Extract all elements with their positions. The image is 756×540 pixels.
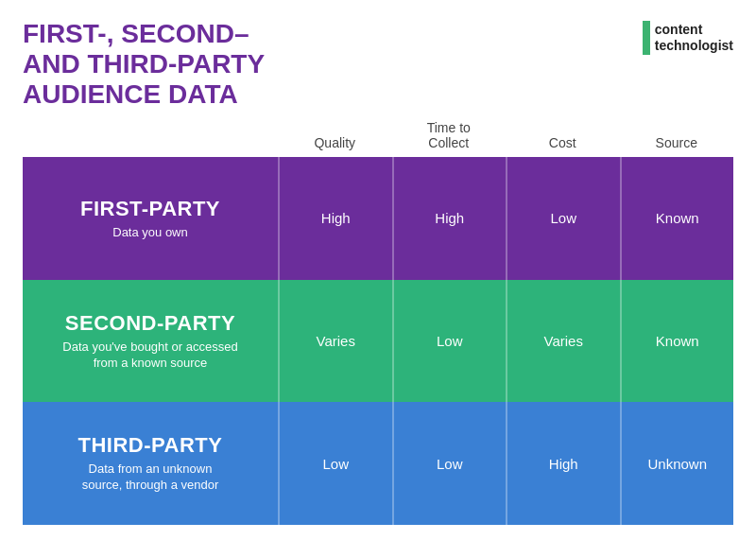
third-party-quality: Low <box>278 402 392 525</box>
first-party-time: High <box>392 157 507 280</box>
logo-bar-icon <box>643 21 650 55</box>
second-party-desc: Data you've bought or accessedfrom a kno… <box>62 340 237 372</box>
first-party-quality: High <box>278 157 392 280</box>
second-party-cost: Varies <box>506 280 620 403</box>
header-source: Source <box>620 135 734 151</box>
table-header-row: Quality Time toCollect Cost Source <box>23 120 733 158</box>
third-party-source: Unknown <box>620 402 734 525</box>
first-party-cost: Low <box>506 157 620 280</box>
second-party-label: SECOND-PARTY Data you've bought or acces… <box>23 280 278 403</box>
logo: content technologist <box>643 21 733 55</box>
page-container: FIRST-, SECOND–AND THIRD-PARTYAUDIENCE D… <box>0 0 756 540</box>
table-row-third-party: THIRD-PARTY Data from an unknownsource, … <box>23 402 733 525</box>
table-row-second-party: SECOND-PARTY Data you've bought or acces… <box>23 280 733 403</box>
first-party-title: FIRST-PARTY <box>80 197 220 221</box>
comparison-table: Quality Time toCollect Cost Source FIRST… <box>23 120 733 525</box>
third-party-desc: Data from an unknownsource, through a ve… <box>82 462 219 494</box>
second-party-quality: Varies <box>278 280 392 403</box>
third-party-cost: High <box>506 402 620 525</box>
top-section: FIRST-, SECOND–AND THIRD-PARTYAUDIENCE D… <box>23 19 733 111</box>
logo-text: content technologist <box>655 22 733 54</box>
third-party-label: THIRD-PARTY Data from an unknownsource, … <box>23 402 278 525</box>
first-party-desc: Data you own <box>112 225 188 241</box>
third-party-title: THIRD-PARTY <box>78 433 223 458</box>
second-party-time: Low <box>392 280 507 403</box>
second-party-title: SECOND-PARTY <box>65 311 235 336</box>
second-party-source: Known <box>620 280 734 403</box>
table-row-first-party: FIRST-PARTY Data you own High High Low K… <box>23 157 733 280</box>
first-party-source: Known <box>620 157 734 280</box>
header-cost: Cost <box>506 135 620 151</box>
third-party-time: Low <box>392 402 507 525</box>
header-time-to-collect: Time toCollect <box>392 120 507 152</box>
page-title: FIRST-, SECOND–AND THIRD-PARTYAUDIENCE D… <box>23 19 265 111</box>
header-quality: Quality <box>278 135 392 151</box>
first-party-label: FIRST-PARTY Data you own <box>23 157 278 280</box>
table-body: FIRST-PARTY Data you own High High Low K… <box>23 157 733 525</box>
